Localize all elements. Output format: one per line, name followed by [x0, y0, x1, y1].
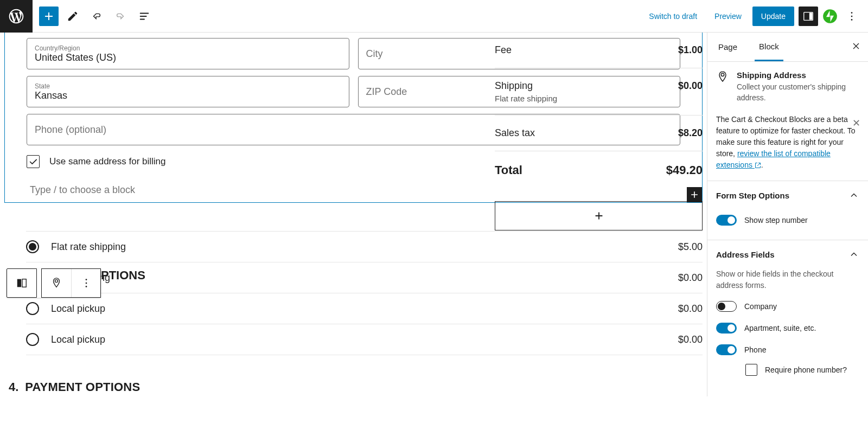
wordpress-logo[interactable]: [0, 0, 33, 33]
redo-button[interactable]: [111, 7, 130, 26]
svg-rect-1: [809, 12, 813, 20]
payment-step-number: 4.: [9, 380, 18, 394]
beta-notice: The Cart & Checkout Blocks are a beta fe…: [707, 112, 868, 181]
list-view-icon: [138, 10, 150, 22]
show-step-number-label: Show step number: [744, 216, 808, 225]
plus-icon: [42, 10, 55, 23]
state-value: Kansas: [35, 90, 341, 101]
check-icon: [28, 156, 39, 167]
list-view-button[interactable]: [135, 7, 154, 26]
pencil-icon: [67, 10, 79, 22]
country-field[interactable]: Country/Region United States (US): [27, 38, 349, 69]
edit-tool-button[interactable]: [63, 7, 82, 26]
editor-top-bar: Switch to draft Preview Update: [0, 0, 868, 33]
shipping-option-row[interactable]: Local pickup $0.00: [26, 293, 703, 324]
summary-total-value: $49.20: [666, 163, 703, 177]
summary-shipping-label: Shipping: [495, 80, 533, 91]
plus-icon: [593, 210, 605, 222]
settings-sidebar: Page Block Shipping Address Collect your…: [707, 33, 868, 396]
preview-button[interactable]: Preview: [708, 8, 748, 25]
shipping-option-row[interactable]: Local pickup $0.00: [26, 324, 703, 355]
country-value: United States (US): [35, 52, 341, 63]
form-step-options-panel-toggle[interactable]: Form Step Options: [707, 181, 868, 209]
company-toggle[interactable]: [716, 301, 737, 312]
shipping-option-price: $0.00: [678, 334, 703, 345]
shipping-radio[interactable]: [26, 302, 39, 315]
external-link-icon: [755, 162, 761, 169]
shipping-option-label: Local pickup: [51, 303, 678, 315]
same-address-checkbox[interactable]: [27, 155, 40, 168]
update-button[interactable]: Update: [752, 7, 794, 26]
undo-icon: [91, 10, 103, 22]
summary-add-block-button[interactable]: [495, 201, 703, 230]
location-pin-icon: [716, 70, 729, 84]
require-phone-checkbox[interactable]: [745, 364, 757, 376]
summary-fee-value: $1.00: [678, 44, 703, 56]
summary-shipping-sub: Flat rate shipping: [495, 94, 557, 103]
switch-to-draft-button[interactable]: Switch to draft: [642, 8, 704, 25]
summary-tax-label: Sales tax: [495, 127, 535, 139]
apartment-toggle[interactable]: [716, 323, 737, 334]
address-fields-panel-toggle[interactable]: Address Fields: [707, 240, 868, 268]
state-field[interactable]: State Kansas: [27, 76, 349, 107]
shipping-options-list: Flat rate shipping $5.00 Free shipping $…: [26, 231, 703, 355]
settings-sidebar-toggle[interactable]: [799, 7, 818, 26]
shipping-option-price: $0.00: [678, 272, 703, 284]
sidebar-icon: [802, 10, 814, 22]
block-description: Collect your customer's shipping address…: [737, 82, 859, 103]
undo-button[interactable]: [87, 7, 106, 26]
address-fields-help: Show or hide fields in the checkout addr…: [716, 268, 859, 291]
summary-shipping-value: $0.00: [678, 80, 703, 103]
phone-toggle[interactable]: [716, 344, 737, 355]
tab-block[interactable]: Block: [755, 33, 783, 61]
shipping-option-label: Flat rate shipping: [51, 241, 678, 253]
svg-point-10: [85, 286, 87, 287]
apartment-label: Apartment, suite, etc.: [744, 324, 816, 332]
country-label: Country/Region: [35, 44, 341, 52]
summary-tax-value: $8.20: [678, 127, 703, 139]
close-sidebar-button[interactable]: [851, 41, 861, 53]
jetpack-icon[interactable]: [822, 9, 838, 24]
shipping-radio[interactable]: [26, 240, 39, 253]
require-phone-label: Require phone number?: [765, 366, 847, 374]
phone-label: Phone: [744, 345, 766, 354]
summary-total-label: Total: [495, 163, 522, 177]
shipping-option-price: $5.00: [678, 241, 703, 253]
same-address-label: Use same address for billing: [49, 156, 165, 167]
kebab-icon: [846, 10, 858, 22]
block-name: Shipping Address: [737, 70, 859, 80]
state-label: State: [35, 82, 341, 90]
payment-options-header: 4. PAYMENT OPTIONS: [4, 370, 703, 396]
chevron-up-icon: [848, 249, 859, 260]
tab-page[interactable]: Page: [714, 34, 742, 60]
shipping-option-label: Local pickup: [51, 334, 678, 345]
redo-icon: [114, 10, 126, 22]
address-fields-title: Address Fields: [716, 250, 775, 259]
shipping-option-row[interactable]: Flat rate shipping $5.00: [26, 231, 703, 262]
shipping-options-title-partial: PTIONS: [101, 268, 145, 282]
company-label: Company: [744, 302, 777, 311]
dismiss-notice-button[interactable]: ✕: [852, 116, 860, 131]
close-icon: [851, 41, 861, 52]
chevron-up-icon: [848, 190, 859, 201]
svg-point-9: [85, 283, 87, 284]
svg-point-2: [823, 9, 837, 23]
svg-point-4: [851, 15, 853, 17]
shipping-option-price: $0.00: [678, 303, 703, 315]
form-step-options-title: Form Step Options: [716, 191, 789, 200]
summary-fee-label: Fee: [495, 44, 512, 56]
svg-point-5: [851, 19, 853, 21]
order-summary: Fee $1.00 Shipping Flat rate shipping $0…: [484, 33, 703, 230]
svg-point-3: [851, 12, 853, 14]
add-block-button[interactable]: [39, 7, 59, 26]
more-options-button[interactable]: [842, 7, 861, 26]
wordpress-icon: [8, 8, 25, 25]
show-step-number-toggle[interactable]: [716, 215, 737, 226]
payment-step-title: PAYMENT OPTIONS: [25, 380, 140, 394]
shipping-radio[interactable]: [26, 333, 39, 346]
